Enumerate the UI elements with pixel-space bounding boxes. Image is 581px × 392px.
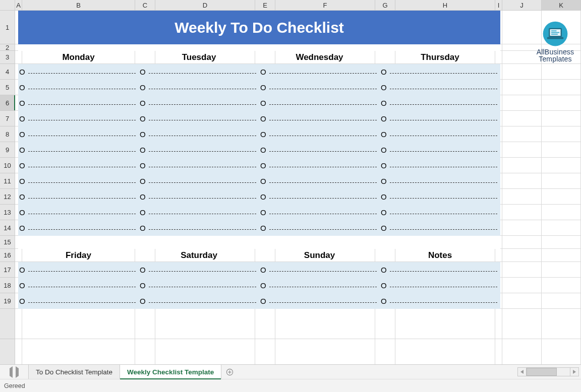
checklist-row[interactable]: OOOO (18, 293, 500, 309)
col-header-K[interactable]: K (542, 0, 581, 10)
checklist-row[interactable]: OOOO (18, 220, 500, 236)
checklist-cell[interactable]: O (139, 293, 259, 309)
checklist-cell[interactable]: O (139, 173, 259, 189)
checklist-cell[interactable]: O (259, 142, 380, 158)
checklist-cell[interactable]: O (139, 158, 259, 173)
row-header-5[interactable]: 5 (0, 80, 15, 95)
checklist-cell[interactable]: O (380, 262, 500, 278)
checklist-cell[interactable]: O (380, 220, 500, 236)
row-header-17[interactable]: 17 (0, 262, 15, 278)
checklist-row[interactable]: OOOO (18, 95, 500, 111)
row-header-16[interactable]: 16 (0, 249, 15, 262)
checklist-cell[interactable]: O (259, 126, 380, 142)
checklist-cell[interactable]: O (18, 111, 139, 126)
checklist-cell[interactable]: O (18, 205, 139, 220)
checklist-cell[interactable]: O (380, 205, 500, 220)
checklist-cell[interactable]: O (380, 111, 500, 126)
checklist-row[interactable]: OOOO (18, 80, 500, 95)
checklist-row[interactable]: OOOO (18, 142, 500, 158)
row-header-9[interactable]: 9 (0, 142, 15, 158)
row-header-13[interactable]: 13 (0, 205, 15, 220)
tab-nav-next-icon[interactable] (16, 368, 19, 376)
row-header-11[interactable]: 11 (0, 173, 15, 189)
row-header-20[interactable] (0, 309, 15, 339)
row-header-7[interactable]: 7 (0, 111, 15, 126)
row-header-1[interactable]: 1 (0, 11, 15, 44)
checklist-cell[interactable]: O (380, 142, 500, 158)
checklist-cell[interactable]: O (259, 173, 380, 189)
checklist-cell[interactable]: O (18, 95, 139, 111)
checklist-cell[interactable]: O (139, 111, 259, 126)
checklist-cell[interactable]: O (18, 293, 139, 309)
row-header-6[interactable]: 6 (0, 95, 15, 111)
checklist-cell[interactable]: O (380, 158, 500, 173)
checklist-cell[interactable]: O (380, 173, 500, 189)
checklist-row[interactable]: OOOO (18, 205, 500, 220)
checklist-cell[interactable]: O (380, 293, 500, 309)
row-header-14[interactable]: 14 (0, 220, 15, 236)
checklist-cell[interactable]: O (259, 293, 380, 309)
checklist-row[interactable]: OOOO (18, 278, 500, 293)
add-sheet-button[interactable] (221, 365, 238, 379)
checklist-cell[interactable]: O (380, 95, 500, 111)
horizontal-scrollbar[interactable] (517, 367, 579, 377)
col-header-I[interactable]: I (495, 0, 502, 10)
checklist-cell[interactable]: O (259, 205, 380, 220)
checklist-cell[interactable]: O (259, 189, 380, 205)
checklist-row[interactable]: OOOO (18, 64, 500, 80)
checklist-cell[interactable]: O (259, 64, 380, 80)
col-header-E[interactable]: E (255, 0, 275, 10)
checklist-cell[interactable]: O (18, 262, 139, 278)
checklist-cell[interactable]: O (139, 64, 259, 80)
row-header-15[interactable]: 15 (0, 236, 15, 249)
select-all-corner[interactable] (0, 0, 15, 10)
checklist-row[interactable]: OOOO (18, 111, 500, 126)
row-header-2[interactable]: 2 (0, 44, 15, 51)
checklist-cell[interactable]: O (139, 80, 259, 95)
col-header-A[interactable]: A (15, 0, 22, 10)
checklist-cell[interactable]: O (139, 142, 259, 158)
checklist-cell[interactable]: O (18, 220, 139, 236)
checklist-row[interactable]: OOOO (18, 173, 500, 189)
row-header-18[interactable]: 18 (0, 278, 15, 293)
checklist-cell[interactable]: O (380, 64, 500, 80)
col-header-C[interactable]: C (135, 0, 155, 10)
col-header-H[interactable]: H (395, 0, 495, 10)
sheet-tab-0[interactable]: To Do Checklist Template (28, 365, 120, 379)
scroll-thumb[interactable] (527, 368, 557, 376)
scroll-left-button[interactable] (517, 367, 527, 376)
row-header-3[interactable]: 3 (0, 51, 15, 64)
checklist-cell[interactable]: O (259, 111, 380, 126)
tab-nav-prev-icon[interactable] (10, 368, 13, 376)
checklist-cell[interactable]: O (18, 142, 139, 158)
checklist-row[interactable]: OOOO (18, 189, 500, 205)
checklist-cell[interactable]: O (139, 278, 259, 293)
row-header-19[interactable]: 19 (0, 293, 15, 309)
row-header-8[interactable]: 8 (0, 126, 15, 142)
col-header-D[interactable]: D (155, 0, 255, 10)
checklist-cell[interactable]: O (259, 80, 380, 95)
checklist-cell[interactable]: O (18, 126, 139, 142)
checklist-cell[interactable]: O (139, 95, 259, 111)
checklist-cell[interactable]: O (259, 278, 380, 293)
checklist-row[interactable]: OOOO (18, 262, 500, 278)
cells-area[interactable]: Weekly To Do Checklist MondayTuesdayWedn… (15, 11, 581, 364)
scroll-right-button[interactable] (570, 367, 579, 376)
checklist-cell[interactable]: O (380, 278, 500, 293)
col-header-F[interactable]: F (275, 0, 375, 10)
checklist-cell[interactable]: O (18, 80, 139, 95)
checklist-cell[interactable]: O (18, 64, 139, 80)
checklist-cell[interactable]: O (139, 220, 259, 236)
checklist-cell[interactable]: O (18, 158, 139, 173)
checklist-row[interactable]: OOOO (18, 126, 500, 142)
col-header-J[interactable]: J (502, 0, 542, 10)
row-header-12[interactable]: 12 (0, 189, 15, 205)
checklist-cell[interactable]: O (380, 189, 500, 205)
checklist-cell[interactable]: O (259, 95, 380, 111)
row-header-10[interactable]: 10 (0, 158, 15, 173)
checklist-cell[interactable]: O (259, 220, 380, 236)
checklist-cell[interactable]: O (380, 126, 500, 142)
row-header-4[interactable]: 4 (0, 64, 15, 80)
checklist-cell[interactable]: O (380, 80, 500, 95)
checklist-cell[interactable]: O (259, 158, 380, 173)
